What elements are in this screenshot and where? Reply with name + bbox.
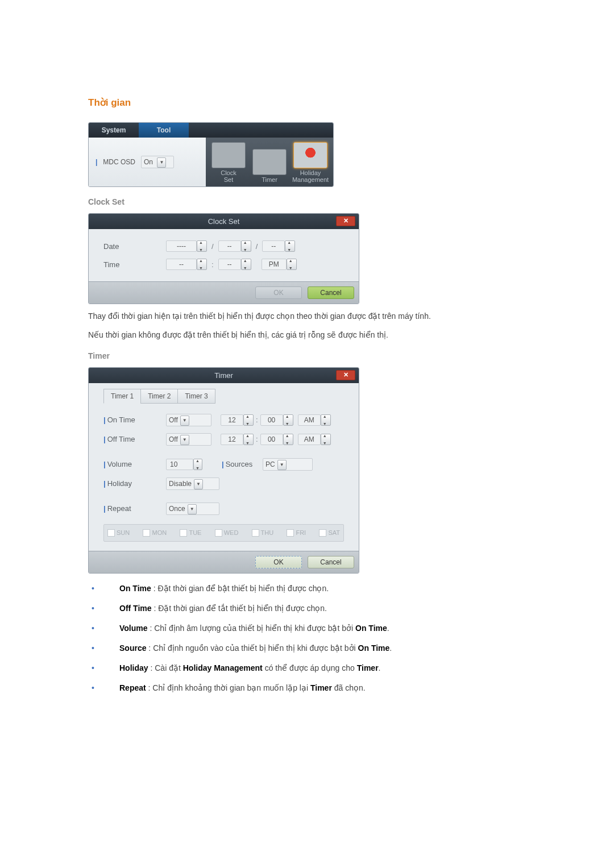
ok-button[interactable]: OK <box>255 556 302 568</box>
checkbox-icon <box>215 529 222 537</box>
off-time-min[interactable]: 00 <box>260 434 283 445</box>
volume-stepper[interactable] <box>193 459 202 470</box>
date-year-stepper[interactable] <box>197 240 207 252</box>
on-time-ampm[interactable]: AM <box>298 414 321 426</box>
toolbar-item-clock-set[interactable]: Clock Set <box>209 142 248 183</box>
time-label: Time <box>103 260 166 269</box>
time-hour-field[interactable]: -- <box>166 259 197 270</box>
chevron-down-icon: ▼ <box>194 479 203 489</box>
calendar-icon <box>293 142 327 168</box>
chevron-down-icon: ▼ <box>180 416 189 426</box>
on-time-min[interactable]: 00 <box>260 414 283 426</box>
time-min-field[interactable]: -- <box>218 259 241 270</box>
chevron-down-icon: ▼ <box>277 460 287 470</box>
chevron-down-icon: ▼ <box>157 157 166 168</box>
off-time-ampm[interactable]: AM <box>298 434 321 445</box>
toolbar-item-caption: Timer <box>250 176 289 183</box>
ok-button[interactable]: OK <box>255 286 302 299</box>
bullet-holiday: Holiday : Cài đặt Holiday Management có … <box>88 662 526 674</box>
close-icon[interactable]: ✕ <box>336 216 355 226</box>
clockset-titlebar: Clock Set ✕ <box>89 214 359 229</box>
checkbox-icon <box>107 529 115 537</box>
holiday-dropdown[interactable]: Disable▼ <box>166 477 219 490</box>
cancel-button[interactable]: Cancel <box>308 556 354 568</box>
day-sat[interactable]: SAT <box>319 529 340 537</box>
tab-system[interactable]: System <box>89 123 139 138</box>
timer-titlebar: Timer ✕ <box>89 368 359 383</box>
day-fri[interactable]: FRI <box>287 529 306 537</box>
date-month-stepper[interactable] <box>241 240 251 252</box>
close-icon[interactable]: ✕ <box>336 370 355 380</box>
day-tue[interactable]: TUE <box>180 529 201 537</box>
mdc-osd-label: MDC OSD <box>103 158 135 166</box>
volume-field[interactable]: 10 <box>166 459 193 470</box>
off-time-hour[interactable]: 12 <box>221 434 243 445</box>
checkbox-icon <box>287 529 294 537</box>
on-time-hour-stepper[interactable] <box>243 414 254 426</box>
time-sep: : <box>256 435 258 443</box>
sources-dropdown[interactable]: PC▼ <box>263 458 313 471</box>
section-title: Thời gian <box>88 97 526 109</box>
chevron-down-icon: ▼ <box>188 504 197 514</box>
days-row: SUN MON TUE WED THU FRI SAT <box>103 524 344 542</box>
toolbar-item-timer[interactable]: Timer <box>250 149 289 183</box>
bullet-repeat: Repeat : Chỉ định khoảng thời gian bạn m… <box>88 682 526 694</box>
checkbox-icon <box>319 529 326 537</box>
day-thu[interactable]: THU <box>252 529 274 537</box>
timer-heading: Timer <box>88 351 526 360</box>
bullet-off-time: Off Time : Đặt thời gian để tắt thiết bị… <box>88 603 526 614</box>
cancel-button[interactable]: Cancel <box>308 286 354 299</box>
timer-title: Timer <box>214 371 233 380</box>
toolbar-item-caption: Holiday Management <box>291 169 330 183</box>
toolbar-window: System Tool | MDC OSD On ▼ Clock Set Tim <box>88 122 334 187</box>
clockset-title: Clock Set <box>208 217 240 226</box>
on-time-min-stepper[interactable] <box>283 414 293 426</box>
repeat-label: |Repeat <box>103 504 166 513</box>
day-sun[interactable]: SUN <box>107 529 130 537</box>
on-time-ampm-stepper[interactable] <box>321 414 331 426</box>
checkbox-icon <box>180 529 187 537</box>
off-time-dropdown[interactable]: Off▼ <box>166 433 211 446</box>
holiday-label: |Holiday <box>103 479 166 488</box>
date-month-field[interactable]: -- <box>218 240 241 252</box>
date-label: Date <box>103 242 166 251</box>
tab-tool[interactable]: Tool <box>139 123 189 138</box>
date-day-stepper[interactable] <box>285 240 295 252</box>
clockset-dialog: Clock Set ✕ Date ---- / -- / -- Time -- … <box>88 213 359 304</box>
timer-dialog: Timer ✕ Timer 1 Timer 2 Timer 3 |On Time… <box>88 367 359 574</box>
tab-timer-3[interactable]: Timer 3 <box>177 389 215 404</box>
time-min-stepper[interactable] <box>241 259 251 270</box>
bullet-source: Source : Chỉ định nguồn vào của thiết bị… <box>88 642 526 654</box>
on-time-dropdown[interactable]: Off▼ <box>166 414 211 426</box>
toolbar-item-caption: Clock Set <box>209 169 248 183</box>
off-time-min-stepper[interactable] <box>283 434 293 445</box>
day-mon[interactable]: MON <box>143 529 167 537</box>
toolbar-item-holiday[interactable]: Holiday Management <box>291 142 330 183</box>
date-sep: / <box>256 242 258 251</box>
clock-icon <box>211 142 246 168</box>
off-time-ampm-stepper[interactable] <box>321 434 331 445</box>
mdc-osd-dropdown[interactable]: On ▼ <box>141 156 174 168</box>
tab-timer-2[interactable]: Timer 2 <box>140 389 178 404</box>
checkbox-icon <box>252 529 259 537</box>
sources-label: |Sources <box>222 460 263 468</box>
time-ampm-stepper[interactable] <box>287 259 297 270</box>
chevron-down-icon: ▼ <box>180 435 189 445</box>
day-wed[interactable]: WED <box>215 529 239 537</box>
time-sep: : <box>256 416 258 424</box>
clockset-desc-1: Thay đổi thời gian hiện tại trên thiết b… <box>88 310 526 322</box>
on-time-hour[interactable]: 12 <box>221 414 243 426</box>
checkbox-icon <box>143 529 150 537</box>
time-sep: : <box>211 260 214 269</box>
date-year-field[interactable]: ---- <box>166 240 197 252</box>
on-time-label: |On Time <box>103 416 166 424</box>
time-ampm-field[interactable]: PM <box>262 259 287 270</box>
repeat-dropdown[interactable]: Once▼ <box>166 502 219 515</box>
off-time-hour-stepper[interactable] <box>243 434 254 445</box>
bullet-on-time: On Time : Đặt thời gian để bật thiết bị … <box>88 583 526 595</box>
mdc-osd-value: On <box>144 158 153 166</box>
time-hour-stepper[interactable] <box>197 259 207 270</box>
clockset-heading: Clock Set <box>88 197 526 206</box>
tab-timer-1[interactable]: Timer 1 <box>103 389 141 404</box>
date-day-field[interactable]: -- <box>262 240 285 252</box>
